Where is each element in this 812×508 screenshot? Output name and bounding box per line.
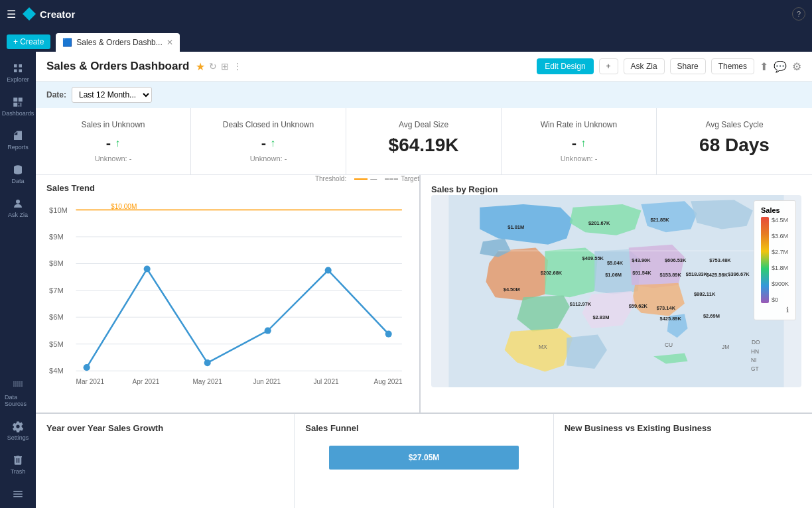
svg-text:$409.55K: $409.55K <box>582 255 604 261</box>
sidebar-item-trash[interactable]: Trash <box>2 449 34 480</box>
menu-icon[interactable]: ☰ <box>7 8 16 21</box>
kpi-win-rate: Win Rate in Unknown - ↑ Unknown: - <box>502 108 657 174</box>
svg-text:$59.62K: $59.62K <box>629 303 648 309</box>
svg-text:$753.48K: $753.48K <box>709 257 731 263</box>
legend-label-2: $2.7M <box>772 249 789 255</box>
svg-text:$425.56K: $425.56K <box>707 272 728 278</box>
svg-text:$153.89K: $153.89K <box>659 272 681 278</box>
svg-text:$5.04K: $5.04K <box>607 260 624 266</box>
svg-point-3 <box>16 200 20 204</box>
sidebar-item-ask-zia[interactable]: Ask Zia <box>2 192 34 223</box>
legend-label-3: $1.8M <box>772 265 789 271</box>
plus-button[interactable]: + <box>599 58 618 74</box>
charts-row-2: Year over Year Sales Growth Sales Funnel… <box>36 414 812 508</box>
sidebar-label-explorer: Explorer <box>7 76 29 83</box>
create-button[interactable]: + Create <box>7 34 50 49</box>
ask-zia-button[interactable]: Ask Zia <box>624 58 665 74</box>
more-options-icon[interactable]: ⋮ <box>233 61 242 72</box>
svg-text:$201.67K: $201.67K <box>588 220 610 226</box>
svg-text:$1.01M: $1.01M <box>508 224 524 230</box>
help-icon[interactable]: ? <box>792 7 805 21</box>
tab-sales-dashboard[interactable]: 🟦 Sales & Orders Dashb... ✕ <box>56 33 179 52</box>
sidebar-item-reports[interactable]: Reports <box>2 125 34 156</box>
legend-gradient <box>761 217 769 303</box>
sidebar-item-menu[interactable] <box>2 483 34 505</box>
sidebar-label-trash: Trash <box>11 468 26 475</box>
themes-button[interactable]: Themes <box>711 58 754 74</box>
funnel-title: Sales Funnel <box>305 423 358 433</box>
kpi-trend-arrow-0: ↑ <box>115 137 120 149</box>
kpi-trend-arrow-3: ↑ <box>580 137 586 149</box>
charts-area: Sales Trend Threshold: — Target <box>36 175 812 508</box>
sales-trend-title: Sales Trend <box>46 183 95 193</box>
svg-point-22 <box>204 359 211 366</box>
comment-icon[interactable]: 💬 <box>774 60 787 73</box>
sidebar-item-explorer[interactable]: Explorer <box>2 57 34 88</box>
svg-rect-0 <box>15 136 21 137</box>
svg-text:HN: HN <box>751 348 759 355</box>
svg-text:$5M: $5M <box>49 340 64 348</box>
kpi-trend-arrow-1: ↑ <box>270 137 275 149</box>
sidebar-item-data[interactable]: Data <box>2 159 34 190</box>
sidebar-item-settings[interactable]: Settings <box>2 415 34 446</box>
svg-point-25 <box>385 331 392 338</box>
tab-label: Sales & Orders Dashb... <box>76 38 162 47</box>
logo-icon <box>23 7 36 21</box>
svg-point-20 <box>84 364 90 371</box>
kpi-value-3: - <box>572 135 576 152</box>
star-icon[interactable]: ★ <box>196 60 205 73</box>
sidebar-item-dashboards[interactable]: Dashboards <box>2 91 34 122</box>
funnel-bar-label-0: $27.05M <box>409 453 440 462</box>
settings-icon[interactable]: ⚙ <box>792 60 801 73</box>
filter-bar: Date: Last 12 Month... Last 6 Months Thi… <box>36 82 812 108</box>
sales-region-title: Sales by Region <box>431 184 498 194</box>
svg-text:$518.83K: $518.83K <box>686 271 708 277</box>
kpi-value-0: - <box>106 135 111 152</box>
legend-label-0: $4.5M <box>772 217 789 223</box>
kpi-sub-0: Unknown: - <box>95 155 132 162</box>
map-info-icon[interactable]: ℹ <box>761 306 789 314</box>
dashboard-title: Sales & Orders Dashboard <box>46 60 189 73</box>
export-icon[interactable]: ⬆ <box>760 60 768 73</box>
tab-close-icon[interactable]: ✕ <box>167 38 173 47</box>
kpi-value-4: 68 Days <box>699 135 770 156</box>
table-view-icon[interactable]: ⊞ <box>221 61 229 72</box>
svg-text:$606.53K: $606.53K <box>665 257 687 263</box>
kpi-deals-closed: Deals Closed in Unknown - ↑ Unknown: - <box>191 108 346 174</box>
svg-text:CU: CU <box>665 342 673 348</box>
header-icons: ★ ↻ ⊞ ⋮ <box>196 60 242 73</box>
sidebar-label-settings: Settings <box>7 434 29 441</box>
edit-design-button[interactable]: Edit Design <box>537 58 593 74</box>
target-line-item: Target <box>385 175 419 182</box>
svg-text:$73.14K: $73.14K <box>657 305 676 311</box>
app-logo: Creator <box>23 7 75 21</box>
new-vs-existing-chart: New Business vs Existing Business <box>554 414 812 508</box>
trend-chart-container: $10M $9M $8M $7M $6M $5M $4M <box>46 201 409 393</box>
svg-text:GT: GT <box>751 365 759 372</box>
sales-trend-chart: Sales Trend Threshold: — Target <box>36 175 421 413</box>
sidebar-label-data: Data <box>11 178 24 184</box>
new-existing-title: New Business vs Existing Business <box>565 423 712 433</box>
yoy-sales-growth-chart: Year over Year Sales Growth <box>36 414 295 508</box>
share-button[interactable]: Share <box>670 58 706 74</box>
sidebar-item-data-sources[interactable]: Data Sources <box>2 375 34 413</box>
kpi-row: Sales in Unknown - ↑ Unknown: - Deals Cl… <box>36 108 812 175</box>
threshold-label-text: Threshold: <box>315 175 346 182</box>
svg-text:$202.68K: $202.68K <box>541 270 563 276</box>
svg-text:$2.83M: $2.83M <box>592 314 609 320</box>
top-navbar: ☰ Creator ? <box>0 0 812 28</box>
svg-text:Jun 2021: Jun 2021 <box>253 378 281 385</box>
kpi-sub-3: Unknown: - <box>561 155 598 162</box>
svg-text:May 2021: May 2021 <box>192 378 222 385</box>
date-filter-select[interactable]: Last 12 Month... Last 6 Months This Year… <box>72 87 152 103</box>
kpi-label-2: Avg Deal Size <box>399 120 448 129</box>
legend-label-4: $900K <box>772 281 789 287</box>
content-area: Sales & Orders Dashboard ★ ↻ ⊞ ⋮ Edit De… <box>36 52 812 508</box>
legend-label-1: $3.6M <box>772 233 789 239</box>
svg-text:$21.85K: $21.85K <box>650 217 669 223</box>
map-svg: $1.01M $201.67K $21.85K $409.55K $5.04K … <box>431 195 801 387</box>
svg-text:$43.90K: $43.90K <box>632 257 651 263</box>
refresh-icon[interactable]: ↻ <box>209 61 217 72</box>
svg-text:$6M: $6M <box>49 313 64 321</box>
svg-text:$7M: $7M <box>49 286 64 294</box>
